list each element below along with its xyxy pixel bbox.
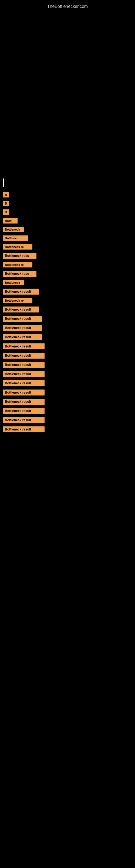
result-badge[interactable]: Bottleneck result: [3, 371, 45, 377]
result-badge[interactable]: Bottleneck: [3, 227, 24, 232]
result-badge[interactable]: Bottleneck result: [3, 417, 45, 423]
result-item[interactable]: Bottleneck result: [3, 380, 132, 386]
result-item[interactable]: Bottleneck result: [3, 316, 132, 322]
result-badge[interactable]: Bottleneck re: [3, 298, 32, 303]
result-badge[interactable]: Bottleneck result: [3, 325, 42, 331]
result-badge[interactable]: Bottleneck resu: [3, 271, 37, 277]
result-item[interactable]: Bottleneck result: [3, 343, 132, 349]
result-item[interactable]: Bottleneck result: [3, 417, 132, 423]
result-item[interactable]: B: [3, 201, 132, 206]
result-item[interactable]: Bottleneck result: [3, 362, 132, 368]
result-badge[interactable]: Bottleneck result: [3, 399, 45, 405]
result-item[interactable]: Bottleneck result: [3, 325, 132, 331]
result-badge[interactable]: Bottleneck result: [3, 362, 45, 368]
result-badge[interactable]: Bottleneck result: [3, 408, 45, 414]
result-badge[interactable]: Bottleneck re: [3, 244, 32, 250]
result-item[interactable]: Bottleneck re: [3, 298, 132, 303]
result-item[interactable]: Bottlenec: [3, 236, 132, 241]
result-item[interactable]: Bottleneck re: [3, 244, 132, 250]
result-badge[interactable]: Bottleneck result: [3, 307, 39, 312]
result-badge[interactable]: Bottl: [3, 218, 17, 223]
result-badge[interactable]: Bottleneck result: [3, 380, 45, 386]
result-item[interactable]: Bottleneck resu: [3, 271, 132, 277]
result-item[interactable]: Bottleneck result: [3, 334, 132, 340]
result-badge[interactable]: Bottleneck result: [3, 289, 39, 294]
result-item[interactable]: B: [3, 192, 132, 197]
result-item[interactable]: Bottleneck result: [3, 371, 132, 377]
result-item[interactable]: B: [3, 209, 132, 215]
result-badge[interactable]: Bottleneck result: [3, 343, 45, 349]
result-badge[interactable]: Bottlenec: [3, 236, 28, 241]
result-badge[interactable]: B: [3, 192, 9, 197]
result-badge[interactable]: Bottleneck resu: [3, 253, 37, 259]
result-item[interactable]: Bottleneck result: [3, 289, 132, 294]
result-item[interactable]: Bottleneck result: [3, 408, 132, 414]
results-list: BBBBottlBottleneckBottlenecBottleneck re…: [3, 192, 132, 432]
result-badge[interactable]: Bottleneck re: [3, 262, 32, 268]
result-badge[interactable]: Bottleneck result: [3, 334, 42, 340]
result-badge[interactable]: Bottleneck result: [3, 426, 45, 432]
result-badge[interactable]: Bottleneck: [3, 280, 24, 285]
result-badge[interactable]: B: [3, 209, 9, 215]
site-title-text: TheBottlenecker.com: [47, 4, 88, 9]
result-item[interactable]: Bottleneck re: [3, 262, 132, 268]
results-container: BBBBottlBottleneckBottlenecBottleneck re…: [0, 10, 135, 441]
result-badge[interactable]: B: [3, 201, 9, 206]
result-item[interactable]: Bottleneck result: [3, 426, 132, 432]
result-item[interactable]: Bottleneck resu: [3, 253, 132, 259]
result-item[interactable]: Bottleneck: [3, 280, 132, 285]
result-item[interactable]: Bottleneck result: [3, 390, 132, 396]
site-title: TheBottlenecker.com: [0, 1, 135, 12]
cursor-indicator: [3, 179, 4, 187]
result-item[interactable]: Bottleneck result: [3, 352, 132, 359]
result-item[interactable]: Bottleneck result: [3, 307, 132, 312]
result-item[interactable]: Bottl: [3, 218, 132, 223]
result-badge[interactable]: Bottleneck result: [3, 316, 42, 322]
result-item[interactable]: Bottleneck result: [3, 399, 132, 405]
result-item[interactable]: Bottleneck: [3, 227, 132, 232]
result-badge[interactable]: Bottleneck result: [3, 390, 45, 396]
result-badge[interactable]: Bottleneck result: [3, 352, 45, 359]
